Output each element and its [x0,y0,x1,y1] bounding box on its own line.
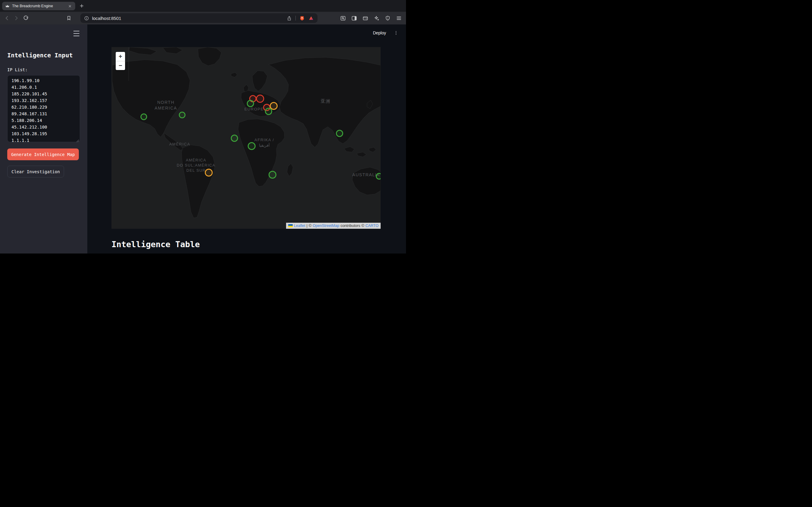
ip-list-label: IP List: [7,67,80,72]
zoom-out-button[interactable]: − [116,61,125,70]
main-area: Deploy [87,24,406,253]
browser-tab[interactable]: The Breadcrumb Engine [2,2,75,10]
map-marker-green[interactable] [179,112,186,118]
brave-vpn-icon[interactable] [308,15,314,21]
streamlit-app: Intelligence Input IP List: 196.1.99.10 … [0,24,406,253]
reload-button[interactable] [22,14,29,22]
share-icon[interactable] [287,16,292,21]
app-menu-icon[interactable] [393,30,399,36]
rewards-star-icon[interactable] [373,14,380,22]
sidebar-menu-icon[interactable] [73,31,80,36]
bookmark-icon[interactable] [65,14,72,22]
sidebar-title: Intelligence Input [7,52,80,59]
map-marker-red[interactable] [256,95,264,103]
map-marker-green[interactable] [247,100,254,107]
url-text[interactable]: localhost:8501 [92,16,287,21]
map-label: AMÉRICA [169,142,190,147]
map-marker-orange[interactable] [205,169,213,176]
sidebar-toggle-icon[interactable] [350,14,358,22]
browser-window: The Breadcrumb Engine localhost:8501 [0,0,406,253]
urlbar-separator [295,16,296,20]
zoom-in-button[interactable]: + [116,52,125,61]
url-bar[interactable]: localhost:8501 [80,13,317,23]
clear-investigation-button[interactable]: Clear Investigation [7,166,64,177]
map-label: NORTHAMERICA [155,100,177,111]
attribution-divider: | [306,224,307,228]
forward-button[interactable] [13,14,20,22]
ip-list-input[interactable]: 196.1.99.10 41.206.0.1 185.220.101.45 19… [7,75,80,142]
map-label: 亚洲 [321,98,331,104]
back-button[interactable] [4,14,11,22]
brave-shields-icon[interactable] [299,15,305,21]
world-basemap [111,47,380,229]
site-info-icon[interactable] [84,16,89,21]
leaflet-link[interactable]: Leaflet [294,224,305,228]
osm-link[interactable]: OpenStreetMap [313,224,339,228]
browser-nav-bar: localhost:8501 [0,12,406,24]
deploy-button[interactable]: Deploy [373,31,386,35]
map-label: AFRIKA /أفريقيا [254,137,274,148]
browser-tab-bar: The Breadcrumb Engine [0,0,406,12]
map-attribution: Leaflet | © OpenStreetMap contributors ©… [286,223,380,229]
leaflet-map[interactable]: NORTHAMERICAAMÉRICAAMÉRICADO SUL;AMÉRICA… [111,47,380,229]
tab-title: The Breadcrumb Engine [12,4,67,8]
map-marker-green[interactable] [376,173,380,180]
sidebar: Intelligence Input IP List: 196.1.99.10 … [0,24,87,253]
attribution-copy2: © [361,224,364,228]
map-label: EUROPE [244,107,264,112]
attribution-copy: © [309,224,311,228]
tab-close-icon[interactable] [67,4,72,8]
zoom-control: + − [116,52,125,70]
map-marker-green[interactable] [336,130,343,137]
carto-link[interactable]: CARTO [365,224,378,228]
map-marker-green[interactable] [141,113,147,120]
ukraine-flag-icon [288,224,293,227]
browser-menu-icon[interactable] [395,14,402,22]
search-tabs-icon[interactable] [339,14,347,22]
tab-favicon-icon [5,4,10,8]
wallet-icon[interactable] [362,14,369,22]
new-tab-button[interactable] [79,3,85,9]
generate-map-button[interactable]: Generate Intelligence Map [7,149,79,160]
textarea-resize-handle[interactable] [76,139,79,143]
map-marker-green[interactable] [231,134,238,142]
table-title: Intelligence Table [111,240,200,249]
map-marker-green[interactable] [265,108,272,115]
map-marker-green[interactable] [268,171,276,179]
attribution-contributors: contributors [341,224,360,228]
map-marker-green[interactable] [248,142,256,150]
shield-icon[interactable] [384,14,391,22]
